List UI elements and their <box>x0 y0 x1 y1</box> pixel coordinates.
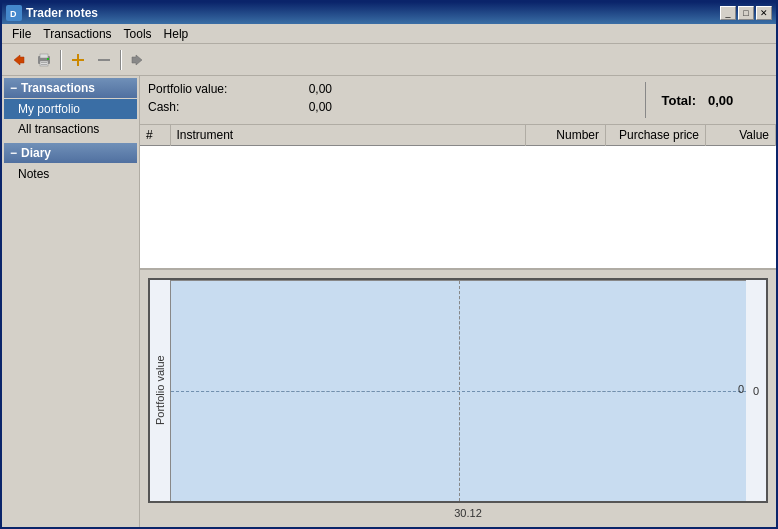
menu-tools[interactable]: Tools <box>118 25 158 43</box>
cash-label: Cash: <box>148 100 268 114</box>
svg-rect-10 <box>98 59 110 61</box>
cash-row: Cash: 0,00 <box>148 100 629 114</box>
forward-button[interactable] <box>126 48 150 72</box>
svg-rect-9 <box>72 59 84 61</box>
sidebar-item-notes[interactable]: Notes <box>4 164 137 184</box>
sidebar-section-diary[interactable]: − Diary <box>4 143 137 163</box>
svg-rect-4 <box>40 61 48 66</box>
sidebar-item-all-transactions[interactable]: All transactions <box>4 119 137 139</box>
sidebar-section-transactions[interactable]: − Transactions <box>4 78 137 98</box>
diary-collapse-icon: − <box>10 146 17 160</box>
print-button[interactable] <box>32 48 56 72</box>
maximize-button[interactable]: □ <box>738 6 754 20</box>
chart-x-label-date: 30.12 <box>454 507 482 519</box>
col-instrument: Instrument <box>170 125 526 146</box>
svg-rect-5 <box>41 62 47 63</box>
summary-left: Portfolio value: 0,00 Cash: 0,00 <box>148 82 629 118</box>
cash-value: 0,00 <box>272 100 332 114</box>
svg-point-7 <box>47 58 49 60</box>
right-zero-value: 0 <box>753 385 759 397</box>
chart-right-zero-label: 0 <box>746 280 766 501</box>
portfolio-value-row: Portfolio value: 0,00 <box>148 82 629 96</box>
chart-plot: 0 <box>170 280 746 501</box>
menu-help[interactable]: Help <box>158 25 195 43</box>
svg-rect-3 <box>40 54 48 58</box>
app-icon: D <box>6 5 22 21</box>
col-purchase-price: Purchase price <box>606 125 706 146</box>
title-bar: D Trader notes _ □ ✕ <box>2 2 776 24</box>
close-button[interactable]: ✕ <box>756 6 772 20</box>
diary-section-label: Diary <box>21 146 51 160</box>
col-number-col: Number <box>526 125 606 146</box>
sidebar-item-my-portfolio[interactable]: My portfolio <box>4 99 137 119</box>
add-button[interactable] <box>66 48 90 72</box>
svg-text:D: D <box>10 9 17 19</box>
transactions-collapse-icon: − <box>10 81 17 95</box>
total-label: Total: <box>662 93 696 108</box>
summary-total: Total: 0,00 <box>662 82 768 118</box>
title-buttons: _ □ ✕ <box>720 6 772 20</box>
instruments-table: # Instrument Number Purchase price Value <box>140 125 776 146</box>
table-area: # Instrument Number Purchase price Value <box>140 125 776 270</box>
menu-file[interactable]: File <box>6 25 37 43</box>
total-value: 0,00 <box>708 93 768 108</box>
back-button[interactable] <box>6 48 30 72</box>
portfolio-value-label: Portfolio value: <box>148 82 268 96</box>
portfolio-summary: Portfolio value: 0,00 Cash: 0,00 Total: … <box>140 76 776 125</box>
main-window: D Trader notes _ □ ✕ File Transactions T… <box>0 0 778 529</box>
chart-area: Portfolio value 0 0 30.12 <box>140 270 776 527</box>
remove-button[interactable] <box>92 48 116 72</box>
portfolio-value: 0,00 <box>272 82 332 96</box>
chart-y-label: Portfolio value <box>150 280 170 501</box>
title-bar-left: D Trader notes <box>6 5 98 21</box>
transactions-section-label: Transactions <box>21 81 95 95</box>
chart-x-labels: 30.12 <box>148 507 768 519</box>
col-value: Value <box>706 125 776 146</box>
sidebar: − Transactions My portfolio All transact… <box>2 76 140 527</box>
summary-divider <box>645 82 646 118</box>
chart-container: Portfolio value 0 0 <box>148 278 768 503</box>
toolbar <box>2 44 776 76</box>
toolbar-separator-2 <box>120 50 122 70</box>
toolbar-separator-1 <box>60 50 62 70</box>
menu-transactions[interactable]: Transactions <box>37 25 117 43</box>
svg-rect-6 <box>41 64 47 65</box>
main-area: − Transactions My portfolio All transact… <box>2 76 776 527</box>
menubar: File Transactions Tools Help <box>2 24 776 44</box>
col-number: # <box>140 125 170 146</box>
window-title: Trader notes <box>26 6 98 20</box>
minimize-button[interactable]: _ <box>720 6 736 20</box>
chart-inner-zero-label: 0 <box>738 383 744 395</box>
content-area: Portfolio value: 0,00 Cash: 0,00 Total: … <box>140 76 776 527</box>
